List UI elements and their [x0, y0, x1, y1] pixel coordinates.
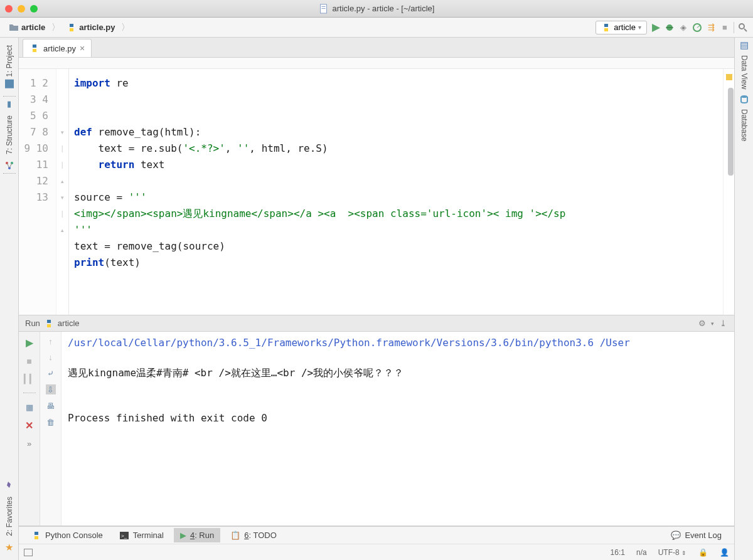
close-icon[interactable]: ✕ — [25, 420, 33, 431]
pin-icon[interactable] — [4, 480, 14, 490]
hector-icon[interactable]: 👤 — [719, 547, 729, 557]
insert-mode[interactable]: n/a — [636, 548, 647, 557]
play-icon: ▶ — [180, 531, 186, 540]
chevron-right-icon: 〉 — [51, 22, 60, 33]
debug-button[interactable] — [665, 23, 675, 33]
dataview-icon[interactable]: ▤ — [739, 40, 749, 50]
code-area[interactable]: import re def remove_tag(html): text = r… — [69, 69, 723, 315]
folder-icon[interactable]: ▮ — [4, 99, 14, 109]
event-log-tool[interactable]: 💬 Event Log — [665, 528, 728, 543]
code-token: <img></span><span>遇见kingname</span></a >… — [74, 208, 565, 219]
python-console-tool[interactable]: Python Console — [25, 528, 109, 543]
code-token: text = re.sub( — [74, 142, 183, 154]
stop-button[interactable]: ■ — [26, 356, 31, 366]
concurrent-button[interactable]: ⇶ — [706, 23, 716, 33]
gear-icon[interactable]: ⚙ — [697, 319, 707, 329]
wrap-icon[interactable]: ⤶ — [46, 368, 56, 378]
run-button[interactable]: ▶ — [651, 23, 661, 33]
window-minimize[interactable] — [18, 5, 25, 13]
run-config-selector[interactable]: article ▾ — [595, 21, 647, 34]
fold-gutter[interactable]: ▾││▴ ▾│▴ — [56, 69, 69, 315]
stop-button[interactable]: ■ — [720, 23, 730, 33]
pause-button[interactable]: ▎▎ — [24, 374, 35, 384]
dataview-tool[interactable]: Data View — [740, 50, 749, 94]
close-icon[interactable]: × — [80, 43, 85, 53]
run-panel-header: Run article ⚙ ▾ ⤓ — [19, 315, 734, 332]
structure-tool-label: 7: Structure — [5, 115, 14, 154]
more-icon[interactable]: » — [27, 439, 31, 448]
down-icon[interactable]: ↓ — [48, 352, 53, 362]
svg-point-15 — [741, 95, 747, 98]
code-token: text = remove_tag(source) — [74, 240, 225, 252]
folder-icon — [9, 23, 19, 33]
python-icon — [67, 23, 77, 33]
rerun-button[interactable]: ▶ — [26, 337, 33, 349]
bottom-toolbar: Python Console >_ Terminal ▶ 4: Run 📋 6:… — [19, 526, 734, 544]
breadcrumb-file[interactable]: article.py — [63, 21, 119, 34]
line-gutter: 1 2 3 4 5 6 7 8 9 10 11 12 13 — [19, 69, 56, 315]
editor-tab[interactable]: article.py × — [23, 39, 92, 57]
encoding-selector[interactable]: UTF-8 ⇕ — [658, 548, 686, 557]
scrollbar-thumb[interactable] — [728, 88, 734, 176]
code-token: source = — [74, 191, 129, 203]
todo-tool[interactable]: 📋 6: TODO — [224, 528, 283, 543]
window-icon[interactable] — [24, 549, 33, 556]
database-tool[interactable]: Database — [740, 104, 749, 146]
code-token: re — [110, 77, 129, 89]
python-console-label: Python Console — [45, 531, 103, 540]
code-token: '<.*?>' — [183, 142, 225, 154]
marker-strip[interactable] — [723, 69, 734, 315]
project-tool-label: 1: Project — [5, 45, 14, 77]
svg-line-11 — [7, 163, 9, 168]
code-token: , — [225, 142, 237, 154]
trash-icon[interactable]: 🗑 — [46, 417, 56, 427]
download-icon[interactable]: ⤓ — [718, 319, 728, 329]
chevron-down-icon[interactable]: ▾ — [711, 320, 714, 327]
code-token: text — [134, 159, 164, 171]
window-close[interactable] — [5, 5, 13, 13]
window-zoom[interactable] — [30, 5, 38, 13]
terminal-tool[interactable]: >_ Terminal — [113, 528, 170, 543]
structure-icon[interactable] — [4, 161, 14, 171]
code-token: return — [99, 159, 135, 171]
code-token: ''' — [129, 191, 147, 203]
star-icon[interactable]: ★ — [4, 542, 14, 552]
run-output-exit: Process finished with exit code 0 — [68, 412, 267, 424]
coverage-button[interactable]: ◈ — [678, 23, 688, 33]
scroll-icon[interactable]: ⇩ — [46, 384, 56, 394]
lock-icon[interactable]: 🔒 — [698, 547, 708, 557]
breadcrumb-file-label: article.py — [79, 23, 115, 32]
code-token — [74, 159, 99, 171]
run-toolbar-right: ↑ ↓ ⤶ ⇩ 🖶 🗑 — [40, 332, 61, 526]
profile-button[interactable] — [692, 23, 702, 33]
run-output-path: /usr/local/Cellar/python/3.6.5_1/Framewo… — [68, 337, 630, 349]
run-tool-label: 4: Run — [190, 531, 214, 540]
structure-tool[interactable]: 7: Structure — [5, 110, 14, 159]
run-tool[interactable]: ▶ 4: Run — [174, 528, 220, 542]
database-label: Database — [740, 109, 749, 141]
svg-line-7 — [744, 29, 747, 31]
rail-separator — [3, 173, 16, 174]
run-panel-title: Run — [25, 319, 40, 328]
print-icon[interactable]: 🖶 — [46, 401, 56, 411]
code-token: , html, re.S) — [249, 142, 328, 154]
search-icon[interactable] — [738, 23, 748, 33]
run-output[interactable]: /usr/local/Cellar/python/3.6.5_1/Framewo… — [61, 332, 734, 526]
project-tool[interactable]: 1: Project — [5, 40, 14, 93]
chevron-down-icon: ▾ — [638, 24, 641, 31]
cursor-position[interactable]: 16:1 — [611, 548, 625, 557]
up-icon[interactable]: ↑ — [48, 337, 53, 346]
separator — [23, 393, 36, 393]
layout-icon[interactable]: ▦ — [24, 402, 35, 412]
warning-marker[interactable] — [726, 74, 732, 80]
svg-text:>_: >_ — [121, 533, 127, 539]
database-icon[interactable] — [739, 94, 749, 104]
breadcrumb-project[interactable]: article — [5, 21, 49, 34]
editor-tab-label: article.py — [43, 44, 76, 53]
terminal-label: Terminal — [133, 531, 164, 540]
favorites-tool[interactable]: 2: Favorites — [5, 492, 14, 541]
editor[interactable]: 1 2 3 4 5 6 7 8 9 10 11 12 13 ▾││▴ ▾│▴ i… — [19, 69, 734, 315]
status-bar: 16:1 n/a UTF-8 ⇕ 🔒 👤 — [19, 544, 734, 560]
file-icon — [319, 4, 329, 14]
terminal-icon: >_ — [119, 531, 129, 541]
